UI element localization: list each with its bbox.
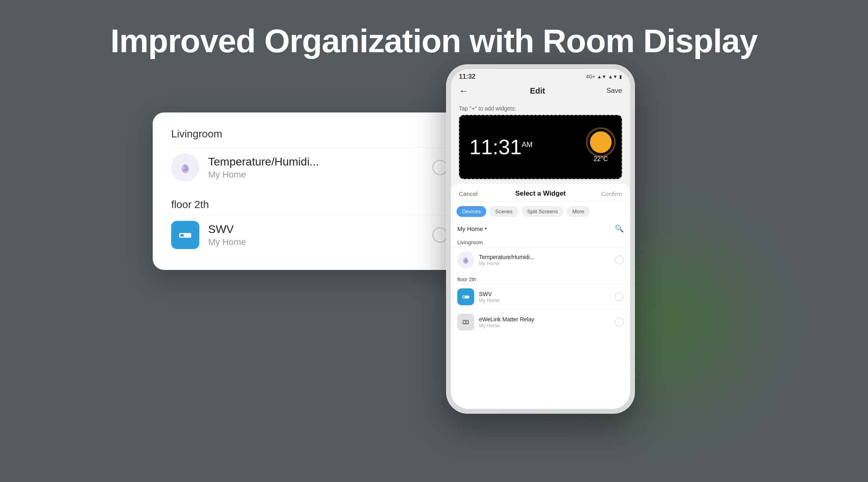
- device-home-swv: My Home: [208, 237, 432, 247]
- cancel-button[interactable]: Cancel: [459, 190, 483, 197]
- bottom-sheet: Cancel Select a Widget Confirm Devices S…: [451, 184, 630, 409]
- signal2-icon: ▲▼: [608, 74, 618, 80]
- device-item-swv: SWV My Home: [171, 215, 448, 255]
- tab-scenes[interactable]: Scenes: [489, 206, 518, 217]
- sheet-swv-name: SWV: [479, 291, 615, 297]
- device-home-humidity: My Home: [208, 170, 432, 180]
- device-list-card: Livingroom Temperature/Humidi... My Home…: [153, 112, 466, 270]
- page-title: Improved Organization with Room Display: [0, 22, 868, 60]
- device-select-humidity[interactable]: [432, 160, 448, 175]
- widget-hint: Tap "+" to add widgets:: [459, 105, 622, 112]
- device-item-humidity: Temperature/Humidi... My Home: [171, 147, 448, 187]
- sheet-relay-info: eWeLink Matter Relay My Home: [479, 316, 615, 329]
- sheet-swv-info: SWV My Home: [479, 291, 615, 303]
- home-name: My Home: [457, 225, 483, 232]
- device-name-humidity: Temperature/Humidi...: [208, 155, 432, 168]
- tab-devices[interactable]: Devices: [457, 206, 486, 217]
- sheet-humidity-home: My Home: [479, 261, 615, 266]
- sheet-room-livingroom: Livingroom: [451, 235, 630, 247]
- confirm-button[interactable]: Confirm: [598, 190, 622, 197]
- home-selector[interactable]: My Home ▾ 🔍: [451, 221, 630, 235]
- sheet-room-floor: floor 2th: [451, 272, 630, 284]
- status-icons: 4G+ ▲▼ ▲▼ ▮: [586, 74, 622, 80]
- widget-preview: 11:31AM 22°C: [459, 115, 622, 179]
- sun-icon: [590, 131, 612, 153]
- home-name-row: My Home ▾: [457, 225, 487, 232]
- widget-weather: 22°C: [590, 131, 612, 163]
- widget-time-suffix: AM: [522, 141, 532, 149]
- search-icon[interactable]: 🔍: [615, 224, 624, 233]
- sheet-device-list: Livingroom Temperature/Humidi... My Home: [451, 235, 630, 409]
- sheet-swv-icon: [457, 288, 474, 305]
- sheet-swv-home: My Home: [479, 298, 615, 303]
- phone-shell: 11:32 4G+ ▲▼ ▲▼ ▮ ← Edit Save Tap "+" to…: [446, 64, 635, 414]
- svg-point-10: [464, 321, 465, 323]
- status-bar: 11:32 4G+ ▲▼ ▲▼ ▮: [451, 69, 630, 82]
- sheet-device-item-swv: SWV My Home: [451, 284, 630, 309]
- phone-screen: 11:32 4G+ ▲▼ ▲▼ ▮ ← Edit Save Tap "+" to…: [451, 69, 630, 409]
- status-time: 11:32: [459, 73, 475, 80]
- room-label-livingroom: Livingroom: [171, 128, 448, 140]
- sheet-humidity-icon: [457, 251, 474, 268]
- swv-icon: [171, 221, 199, 249]
- sheet-humidity-name: Temperature/Humidi...: [479, 254, 615, 260]
- sheet-device-item: Temperature/Humidi... My Home: [451, 247, 630, 272]
- sheet-relay-home: My Home: [479, 323, 615, 329]
- edit-title: Edit: [469, 86, 606, 96]
- sheet-select-swv[interactable]: [615, 292, 624, 301]
- signal-icon: 4G+: [586, 74, 595, 80]
- widget-area: Tap "+" to add widgets: 11:31AM 22°C: [451, 102, 630, 184]
- back-button[interactable]: ←: [459, 85, 469, 96]
- sheet-device-item-relay: eWeLink Matter Relay My Home: [451, 309, 630, 335]
- sheet-select-relay[interactable]: [615, 318, 624, 327]
- svg-point-1: [183, 167, 185, 169]
- sheet-relay-name: eWeLink Matter Relay: [479, 316, 615, 323]
- sheet-title: Select a Widget: [483, 190, 598, 198]
- svg-rect-8: [463, 296, 465, 298]
- sheet-humidity-info: Temperature/Humidi... My Home: [479, 254, 615, 266]
- battery-icon: ▮: [619, 74, 622, 80]
- edit-header: ← Edit Save: [451, 82, 630, 102]
- humidity-icon: [171, 153, 199, 182]
- svg-point-11: [466, 321, 468, 323]
- sheet-relay-icon: [457, 314, 474, 331]
- svg-rect-3: [180, 234, 184, 237]
- chevron-down-icon: ▾: [485, 226, 487, 231]
- tab-bar: Devices Scenes Split Screens More: [451, 202, 630, 221]
- sheet-select-humidity[interactable]: [615, 255, 624, 264]
- room-label-floor: floor 2th: [171, 198, 448, 211]
- widget-time-block: 11:31AM: [469, 137, 532, 157]
- sheet-header: Cancel Select a Widget Confirm: [451, 184, 630, 202]
- widget-time: 11:31AM: [469, 137, 532, 157]
- tab-split-screens[interactable]: Split Screens: [522, 206, 564, 217]
- phone-mockup: 11:32 4G+ ▲▼ ▲▼ ▮ ← Edit Save Tap "+" to…: [446, 64, 635, 414]
- save-button[interactable]: Save: [606, 87, 622, 95]
- wifi-icon: ▲▼: [597, 74, 606, 80]
- device-name-swv: SWV: [208, 223, 432, 236]
- device-info-swv: SWV My Home: [208, 223, 432, 247]
- device-select-swv[interactable]: [432, 227, 448, 243]
- device-info-humidity: Temperature/Humidi... My Home: [208, 155, 432, 180]
- tab-more[interactable]: More: [567, 206, 590, 217]
